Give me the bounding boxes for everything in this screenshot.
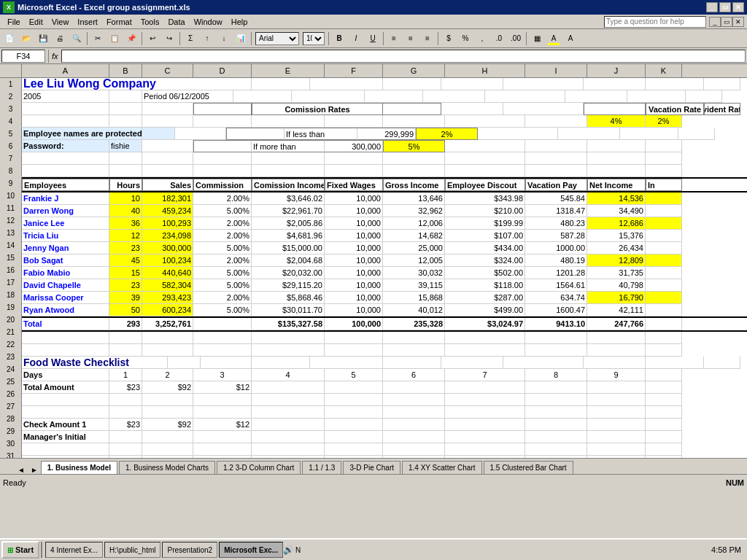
cell-d21[interactable] [193,332,252,344]
cell-i30[interactable] [525,443,587,456]
row-15[interactable]: 15 [0,252,22,264]
cell-b20[interactable]: 293 [109,318,142,330]
row-11[interactable]: 11 [0,202,22,214]
cell-j30[interactable] [587,443,646,456]
cell-g13[interactable]: 14,682 [383,230,445,242]
col-header-h[interactable]: H [445,64,525,77]
menu-window[interactable]: Window [190,16,227,28]
preview-button[interactable]: 🔍 [69,31,85,47]
cell-j4[interactable]: 4% [587,115,646,128]
tab-nav-prev[interactable]: ◄ [15,466,28,474]
cell-c16[interactable]: 440,640 [142,267,193,279]
cell-c28[interactable]: $92 [142,419,193,431]
cell-b11[interactable]: 40 [109,205,142,217]
cell-c4[interactable] [142,115,193,128]
cell-a20[interactable]: Total [22,318,109,330]
cell-j17[interactable]: 40,798 [587,279,646,292]
cell-g5[interactable]: 2% [416,128,478,140]
cell-d4[interactable] [193,115,252,128]
cell-g2[interactable] [423,90,485,103]
cell-k21[interactable] [646,332,682,344]
cell-e12[interactable]: $2,005.86 [252,217,325,230]
cell-i7[interactable] [525,152,587,165]
cell-f27[interactable] [325,406,383,419]
cell-d2[interactable] [233,90,292,103]
cell-d26[interactable] [193,394,252,406]
restore-app-button[interactable]: ▭ [721,17,732,27]
cell-g27[interactable] [383,406,445,419]
cell-g12[interactable]: 12,006 [383,217,445,230]
cell-h16[interactable]: $502.00 [445,267,525,279]
help-input[interactable] [604,16,706,28]
percent-button[interactable]: % [457,31,473,47]
save-button[interactable]: 💾 [35,31,51,47]
row-30[interactable]: 30 [0,438,22,450]
align-center-button[interactable]: ≡ [403,31,419,47]
cell-d22[interactable] [193,344,252,357]
cell-g18[interactable]: 15,868 [383,292,445,304]
cell-e29[interactable] [252,431,325,443]
cell-j8[interactable] [587,165,646,177]
cell-d19[interactable]: 5.00% [193,304,252,316]
cell-b30[interactable] [109,443,142,456]
cell-h11[interactable]: $210.00 [445,205,525,217]
align-left-button[interactable]: ≡ [386,31,402,47]
cell-k16[interactable] [646,267,682,279]
cell-f14[interactable]: 10,000 [325,242,383,254]
cell-g6[interactable]: 5% [383,140,445,152]
cut-button[interactable]: ✂ [90,31,106,47]
cell-k5[interactable] [678,128,715,140]
cell-i16[interactable]: 1201.28 [525,267,587,279]
cell-g28[interactable] [383,419,445,431]
row-28[interactable]: 28 [0,413,22,425]
cell-f25[interactable] [325,381,383,394]
cell-h4[interactable] [445,115,525,128]
col-header-a[interactable]: A [22,64,109,77]
cell-f29[interactable] [325,431,383,443]
sheet-tab-bar-chart[interactable]: 1.5 Clustered Bar Chart [484,461,573,474]
cell-b19[interactable]: 50 [109,304,142,316]
cell-b14[interactable]: 23 [109,242,142,254]
cell-d10[interactable]: 2.00% [193,192,252,205]
cell-c19[interactable]: 600,234 [142,304,193,316]
cell-k15[interactable] [646,254,682,267]
cell-h10[interactable]: $343.98 [445,192,525,205]
cell-j5[interactable] [620,128,678,140]
cell-c18[interactable]: 293,423 [142,292,193,304]
cell-j13[interactable]: 15,376 [587,230,646,242]
cell-g22[interactable] [383,344,445,357]
row-16[interactable]: 16 [0,264,22,276]
cell-k12[interactable] [646,217,682,230]
cell-a24[interactable]: Days [22,369,109,381]
comma-button[interactable]: , [474,31,490,47]
cell-c11[interactable]: 459,234 [142,205,193,217]
cell-i26[interactable] [525,394,587,406]
sheet-tab-business-model[interactable]: 1. Business Model [41,461,117,474]
cell-e14[interactable]: $15,000.00 [252,242,325,254]
menu-help[interactable]: Help [227,16,252,28]
sheet-tab-xy-scatter[interactable]: 1.4 XY Scatter Chart [402,461,482,474]
cell-d1[interactable] [252,78,310,90]
cell-a27[interactable] [22,406,109,419]
cell-e7[interactable] [252,152,325,165]
sheet-tab-column-chart[interactable]: 1.2 3-D Column Chart [217,461,301,474]
cell-i14[interactable]: 1000.00 [525,242,587,254]
cell-i19[interactable]: 1600.47 [525,304,587,316]
cell-c8[interactable] [142,165,193,177]
minimize-button[interactable]: _ [706,2,718,12]
cell-h6[interactable] [445,140,525,152]
cell-a7[interactable] [22,152,109,165]
cell-e17[interactable]: $29,115.20 [252,279,325,292]
cell-j6[interactable] [587,140,646,152]
cell-k14[interactable] [646,242,682,254]
row-14[interactable]: 14 [0,239,22,252]
sheet-tab-pie-chart[interactable]: 3-D Pie Chart [343,461,400,474]
cell-e30[interactable] [252,443,325,456]
row-25[interactable]: 25 [0,376,22,388]
cell-g29[interactable] [383,431,445,443]
row-12[interactable]: 12 [0,214,22,227]
menu-insert[interactable]: Insert [73,16,102,28]
cell-d15[interactable]: 2.00% [193,254,252,267]
cell-f20[interactable]: 100,000 [325,318,383,330]
cell-d8[interactable] [193,165,252,177]
